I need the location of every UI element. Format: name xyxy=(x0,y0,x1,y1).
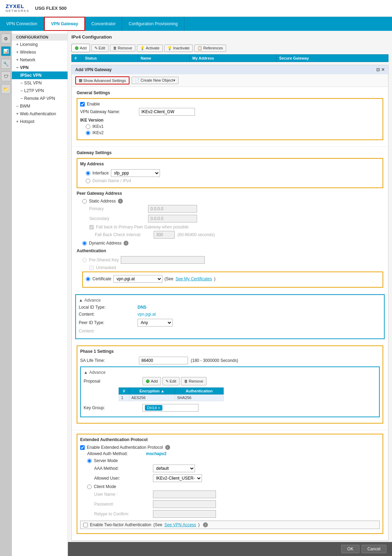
sidebar-item-licensing[interactable]: + Licensing xyxy=(12,41,68,48)
proposal-add-button[interactable]: ⊕ Add xyxy=(142,377,161,385)
key-group-remove-icon[interactable]: × xyxy=(158,406,160,410)
server-mode-radio[interactable] xyxy=(87,459,92,463)
sidebar-item-hotspot[interactable]: + Hotspot xyxy=(12,118,68,125)
interface-radio[interactable] xyxy=(86,171,90,176)
password-label: Password: xyxy=(94,502,150,507)
peer-id-type-select[interactable]: Any xyxy=(138,319,173,327)
fallback-interval-input[interactable] xyxy=(154,231,175,239)
ikev2-radio[interactable] xyxy=(86,131,90,135)
sidebar-item-web-auth[interactable]: + Web Authentication xyxy=(12,110,68,118)
secondary-input[interactable] xyxy=(148,215,197,222)
aaa-method-select[interactable]: default xyxy=(153,465,195,472)
allowed-user-label: Allowed User: xyxy=(94,476,150,481)
content-area: IPv4 Configuration ⊕ Add ✎ Edit 🗑 Remove… xyxy=(68,31,392,556)
psk-radio[interactable] xyxy=(82,258,87,262)
enable-label: Enable xyxy=(87,102,100,107)
dynamic-address-radio[interactable] xyxy=(82,241,87,246)
sidebar-item-ssl-vpn[interactable]: − SSL VPN xyxy=(12,79,68,87)
username-input[interactable] xyxy=(153,490,216,498)
dynamic-address-label: Dynamic Address xyxy=(89,241,121,246)
tab-config-provisioning[interactable]: Configuration Provisioning xyxy=(122,17,184,31)
cancel-button[interactable]: Cancel xyxy=(362,545,386,553)
proposal-remove-button[interactable]: 🗑 Remove xyxy=(181,377,206,385)
proposal-label: Proposal xyxy=(84,379,140,384)
sidebar-item-network[interactable]: + Network xyxy=(12,56,68,64)
see-certs-close: ) xyxy=(214,276,215,281)
nav-icon-settings[interactable]: 🔧 xyxy=(1,59,11,69)
certificate-box: Certificate vpn.pgi.at (See See My Certi… xyxy=(82,272,383,288)
tab-vpn-gateway[interactable]: VPN Gateway xyxy=(44,17,85,31)
server-mode-label: Server Mode xyxy=(94,458,118,463)
nav-icon-objects[interactable]: 📁 xyxy=(1,84,11,94)
proposal-edit-button[interactable]: ✎ Edit xyxy=(162,377,180,385)
advance2-header[interactable]: ▲ Advance xyxy=(84,370,376,375)
unmasked-checkbox[interactable] xyxy=(89,266,94,270)
enable-checkbox[interactable] xyxy=(80,102,85,107)
phase1-section: Phase 1 Settings SA Life Time: (180 - 30… xyxy=(72,342,388,430)
ikev1-radio[interactable] xyxy=(86,124,90,129)
sidebar-item-remote-ap-vpn[interactable]: − Remote AP VPN xyxy=(12,95,68,102)
inactivate-icon: 💡 xyxy=(167,46,172,50)
vpn-table: # Status Name My Address Secure Gateway xyxy=(71,54,388,62)
remove-button[interactable]: 🗑 Remove xyxy=(110,44,135,52)
nav-icon-security[interactable]: 🛡 xyxy=(1,71,11,81)
psk-input[interactable] xyxy=(121,256,205,264)
psk-row: Pre-Shared Key xyxy=(82,256,383,264)
static-address-info[interactable]: i xyxy=(118,199,123,204)
advance-header[interactable]: ▲ Advance xyxy=(79,298,381,303)
ikev2-row: IKEv2 xyxy=(80,130,380,135)
two-factor-row: Enable Two-factor Authentication (See Se… xyxy=(80,521,380,529)
interface-row: Interface sfp_ppp xyxy=(86,169,380,177)
resize-icon[interactable]: ⊡ xyxy=(376,67,380,72)
main-layout: ⚙ 📊 🔧 🛡 📁 CONFIGURATION + Licensing + Wi… xyxy=(0,31,392,556)
client-mode-radio[interactable] xyxy=(87,485,92,489)
sidebar-item-l2tp-vpn[interactable]: − L2TP VPN xyxy=(12,87,68,95)
header: ZYXEL NETWORKS USG FLEX 500 xyxy=(0,0,392,17)
gateway-settings-section: Gateway Settings My Address Interface sf… xyxy=(72,147,388,294)
sidebar-item-wireless[interactable]: + Wireless xyxy=(12,48,68,56)
edit-button[interactable]: ✎ Edit xyxy=(91,44,108,52)
allowed-user-select[interactable]: IKEv2-Client_USER-l xyxy=(153,474,202,482)
vpn-name-input[interactable]: IKEv2-Client_GW xyxy=(139,108,195,116)
local-id-type-row: Local ID Type: DNS xyxy=(79,305,381,310)
inactivate-button[interactable]: 💡 Inactivate xyxy=(164,44,193,52)
two-factor-info-icon[interactable]: i xyxy=(203,522,208,527)
nav-icon-monitor[interactable]: 📊 xyxy=(1,46,11,56)
sidebar: CONFIGURATION + Licensing + Wireless + N… xyxy=(12,31,68,556)
tab-concentrator[interactable]: Concentrator xyxy=(85,17,122,31)
references-button[interactable]: 📋 References xyxy=(194,44,226,52)
static-address-radio[interactable] xyxy=(82,199,87,204)
ok-button[interactable]: OK xyxy=(341,545,359,553)
activate-button[interactable]: 💡 Activate xyxy=(137,44,163,52)
fallback-checkbox[interactable] xyxy=(89,225,94,229)
dynamic-address-info[interactable]: i xyxy=(124,241,128,246)
interface-select[interactable]: sfp_ppp xyxy=(111,169,160,177)
show-advanced-settings-button[interactable]: ▦ Show Advanced Settings xyxy=(75,76,130,84)
peer-id-type-row: Peer ID Type: Any xyxy=(79,319,381,327)
my-certificates-link[interactable]: See My Certificates xyxy=(175,276,212,281)
certificate-select[interactable]: vpn.pgi.at xyxy=(113,275,162,283)
sa-life-time-input[interactable] xyxy=(139,357,188,364)
sidebar-section-title: CONFIGURATION xyxy=(12,34,68,41)
tab-vpn-connection[interactable]: VPN Connection xyxy=(0,17,44,31)
domain-name-radio[interactable] xyxy=(86,179,90,183)
password-input[interactable] xyxy=(153,500,216,508)
certificate-radio[interactable] xyxy=(86,277,90,281)
key-group-label: Key Group: xyxy=(84,405,140,410)
retype-input[interactable] xyxy=(153,510,216,518)
sidebar-item-bwm[interactable]: − BWM xyxy=(12,102,68,110)
two-factor-checkbox[interactable] xyxy=(83,523,88,527)
nav-icon-config[interactable]: ⚙ xyxy=(1,34,11,43)
add-button[interactable]: ⊕ Add xyxy=(71,44,90,52)
primary-input[interactable] xyxy=(148,205,197,213)
peer-gateway-section: Peer Gateway Address Static Address i Pr… xyxy=(77,191,383,246)
eap-info-icon[interactable]: i xyxy=(165,445,170,450)
create-new-object-button[interactable]: 📄 Create New Object▾ xyxy=(132,77,178,84)
domain-name-row: Domain Name / IPv4 xyxy=(86,178,380,183)
fallback-interval-row: Fall Back Check Interval: (60-86400 seco… xyxy=(95,231,383,239)
eap-enable-checkbox[interactable] xyxy=(80,445,85,450)
sidebar-item-vpn[interactable]: − VPN xyxy=(12,64,68,71)
close-icon[interactable]: ✕ xyxy=(381,67,385,72)
vpn-access-link[interactable]: See VPN Access xyxy=(164,522,196,527)
sidebar-item-ipsec-vpn[interactable]: IPSec VPN xyxy=(12,71,68,79)
